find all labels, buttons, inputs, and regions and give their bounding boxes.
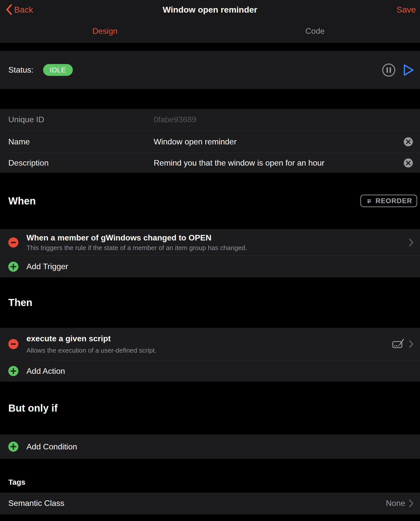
- tags-card: Semantic Class None: [0, 493, 420, 514]
- condition-section-header: But only if: [0, 382, 420, 435]
- status-badge: IDLE: [43, 64, 73, 76]
- reorder-icon: [365, 197, 372, 204]
- clear-name-button[interactable]: [403, 137, 413, 147]
- chevron-right-icon: [409, 340, 414, 348]
- action-text: execute a given script Allows the execut…: [26, 334, 392, 354]
- then-section-header: Then: [0, 277, 420, 328]
- name-label: Name: [8, 137, 154, 146]
- unique-id-value: 0fabe93689: [154, 115, 413, 124]
- save-button[interactable]: Save: [397, 0, 416, 19]
- run-button[interactable]: [402, 64, 415, 77]
- spacer: [0, 514, 420, 521]
- tab-code[interactable]: Code: [210, 19, 420, 43]
- name-input[interactable]: Window open reminder: [154, 137, 403, 146]
- trigger-row[interactable]: When a member of gWindows changed to OPE…: [0, 229, 420, 256]
- conditions-card: Add Condition: [0, 435, 420, 459]
- unique-id-label: Unique ID: [8, 115, 154, 124]
- remove-action-button[interactable]: [8, 339, 18, 349]
- trigger-subtitle: This triggers the rule if the state of a…: [26, 244, 409, 252]
- clear-circle-icon: [403, 158, 413, 168]
- spacer: [0, 43, 420, 51]
- remove-trigger-button[interactable]: [8, 237, 18, 248]
- status-label: Status:: [8, 65, 34, 75]
- tags-section-header: Tags: [0, 459, 420, 493]
- actions-card: execute a given script Allows the execut…: [0, 328, 420, 382]
- tab-bar: Design Code: [0, 19, 420, 43]
- rule-editor-screen: Back Window open reminder Save Design Co…: [0, 0, 420, 521]
- semantic-class-label: Semantic Class: [8, 499, 386, 508]
- spacer: [0, 89, 420, 109]
- plus-circle-icon: [8, 442, 18, 452]
- chevron-right-icon: [409, 238, 414, 247]
- triggers-card: When a member of gWindows changed to OPE…: [0, 229, 420, 277]
- when-section-header: When REORDER: [0, 173, 420, 229]
- action-subtitle: Allows the execution of a user-defined s…: [26, 347, 392, 354]
- trigger-text: When a member of gWindows changed to OPE…: [26, 233, 409, 252]
- pause-button[interactable]: [382, 63, 396, 77]
- clear-description-button[interactable]: [403, 158, 413, 168]
- rule-fields-card: Unique ID 0fabe93689 Name Window open re…: [0, 109, 420, 173]
- tags-title: Tags: [8, 478, 25, 486]
- action-row-icons: [392, 339, 414, 350]
- description-input[interactable]: Remind you that the window is open for a…: [154, 158, 403, 168]
- add-trigger-row[interactable]: Add Trigger: [0, 256, 420, 277]
- play-icon: [402, 64, 415, 77]
- status-card: Status: IDLE: [0, 51, 420, 89]
- description-label: Description: [8, 158, 154, 168]
- add-trigger-label: Add Trigger: [26, 262, 68, 271]
- when-title: When: [8, 195, 36, 207]
- nav-top-row: Back Window open reminder Save: [0, 0, 420, 19]
- reorder-label: REORDER: [375, 197, 412, 205]
- plus-circle-icon: [8, 262, 18, 272]
- action-title: execute a given script: [26, 334, 392, 343]
- unique-id-row: Unique ID 0fabe93689: [0, 109, 420, 130]
- description-row: Description Remind you that the window i…: [0, 153, 420, 173]
- navigation-bar: Back Window open reminder Save Design Co…: [0, 0, 420, 43]
- then-title: Then: [8, 297, 33, 308]
- trigger-title: When a member of gWindows changed to OPE…: [26, 233, 409, 242]
- page-title: Window open reminder: [0, 5, 420, 15]
- name-row: Name Window open reminder: [0, 131, 420, 153]
- but-only-if-title: But only if: [8, 403, 58, 414]
- edit-script-button[interactable]: [392, 339, 405, 350]
- semantic-class-value: None: [386, 499, 405, 508]
- plus-circle-icon: [8, 366, 18, 376]
- minus-circle-icon: [8, 339, 18, 349]
- tab-design[interactable]: Design: [0, 19, 210, 43]
- semantic-class-row[interactable]: Semantic Class None: [0, 493, 420, 514]
- action-row[interactable]: execute a given script Allows the execut…: [0, 328, 420, 360]
- minus-circle-icon: [8, 237, 18, 248]
- chevron-right-icon: [409, 499, 414, 508]
- add-condition-label: Add Condition: [26, 442, 77, 451]
- clear-circle-icon: [403, 137, 413, 147]
- add-action-label: Add Action: [26, 366, 65, 376]
- add-condition-row[interactable]: Add Condition: [0, 435, 420, 459]
- add-action-row[interactable]: Add Action: [0, 360, 420, 382]
- pause-circle-icon: [382, 63, 396, 77]
- reorder-button[interactable]: REORDER: [360, 195, 417, 207]
